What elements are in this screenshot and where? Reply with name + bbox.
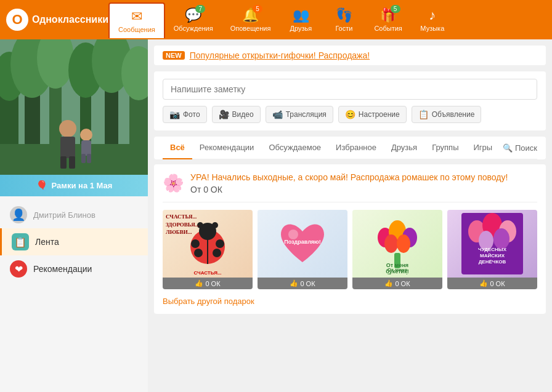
- feed-icon: 📋: [12, 233, 29, 250]
- left-sidebar: 🎈 Рамки на 1 Мая 👤 Дмитрий Блинов 📋 Лент…: [0, 39, 148, 392]
- main-nav: ✉ Сообщения 💬 7 Обсуждения 🔔 5 Оповещени…: [108, 2, 454, 37]
- post-photo-button[interactable]: 📷 Фото: [163, 106, 207, 123]
- messages-label: Сообщения: [118, 26, 155, 33]
- nav-guests[interactable]: 👣 Гости: [322, 2, 365, 37]
- svg-text:СЧАСТЬЯ...: СЧАСТЬЯ...: [193, 270, 221, 274]
- feed-tabs: Всё Рекомендации Обсуждаемое Избранное Д…: [154, 137, 546, 159]
- svg-rect-20: [81, 154, 86, 163]
- video-icon: 🎥: [219, 110, 229, 119]
- feed-promo-main-text: УРА! Начались выходные, а скоро май! Рас…: [190, 172, 508, 183]
- sticker-ok-2[interactable]: 👍 0 ОК: [258, 278, 347, 289]
- music-icon: ♪: [429, 7, 436, 23]
- post-actions: 📷 Фото 🎥 Видео 📹 Трансляция 😊 Настроение…: [163, 106, 537, 123]
- svg-rect-17: [69, 156, 75, 169]
- tab-discussed[interactable]: Обсуждаемое: [261, 137, 328, 159]
- sticker-image-4: ЧУДЕСНЫХ МАЙСКИХ ДЕНЁЧКОВ: [447, 210, 537, 278]
- svg-point-37: [384, 234, 398, 253]
- thumb-icon-3: 👍: [384, 279, 393, 287]
- nav-discussions[interactable]: 💬 7 Обсуждения: [165, 2, 222, 37]
- promo-banner: NEW Популярные открытки-гифочки! Распрод…: [154, 46, 546, 65]
- photo-bg: [0, 39, 148, 175]
- sidebar-item-recommendations[interactable]: ❤ Рекомендации: [0, 255, 148, 282]
- search-icon: 🔍: [503, 143, 513, 153]
- nav-friends[interactable]: 👥 Друзья: [279, 2, 322, 37]
- logo-icon: O: [6, 9, 28, 31]
- svg-text:МАЙСКИХ: МАЙСКИХ: [480, 253, 505, 258]
- tab-games[interactable]: Игры: [466, 137, 500, 159]
- nav-messages[interactable]: ✉ Сообщения: [108, 2, 165, 38]
- tab-friends[interactable]: Друзья: [384, 137, 424, 159]
- nav-notifications[interactable]: 🔔 5 Оповещения: [222, 2, 280, 37]
- photo-label: Фото: [183, 110, 200, 119]
- frames-label: Рамки на 1 Мая: [52, 181, 113, 190]
- main-container: 🎈 Рамки на 1 Мая 👤 Дмитрий Блинов 📋 Лент…: [0, 39, 552, 392]
- discussions-icon: 💬 7: [185, 7, 201, 23]
- sticker-ok-1[interactable]: 👍 0 ОК: [163, 278, 253, 289]
- tab-all[interactable]: Всё: [163, 137, 192, 159]
- sticker-image-3: От меня букетик! От менябукетик!: [352, 210, 442, 278]
- stream-label: Трансляция: [286, 110, 327, 119]
- ad-icon: 📋: [418, 110, 429, 119]
- svg-rect-21: [87, 154, 91, 163]
- events-label: События: [374, 25, 402, 32]
- post-box: 📷 Фото 🎥 Видео 📹 Трансляция 😊 Настроение…: [154, 71, 546, 130]
- feed-promo-subtext: От 0 ОК: [190, 185, 508, 194]
- sticker-card-4[interactable]: ЧУДЕСНЫХ МАЙСКИХ ДЕНЁЧКОВ 👍 0 ОК: [447, 210, 537, 289]
- sidebar-item-feed[interactable]: 📋 Лента: [0, 228, 148, 255]
- recommendations-label: Рекомендации: [33, 264, 92, 274]
- svg-text:ЧУДЕСНЫХ: ЧУДЕСНЫХ: [478, 247, 507, 252]
- notifications-icon: 🔔 5: [242, 7, 259, 23]
- tab-favorites[interactable]: Избранное: [328, 137, 384, 159]
- sticker-card-3[interactable]: От меня букетик! От менябукетик! 👍 0 ОК: [352, 210, 442, 289]
- promo-link[interactable]: Популярные открытки-гифочки! Распродажа!: [190, 50, 370, 60]
- sticker-card-1[interactable]: СЧАСТЬЯ... СЧАСТЬЯ...ЗДОРОВЬЯ...ЛЮБВИ...…: [163, 210, 253, 289]
- ad-label: Объявление: [432, 110, 475, 119]
- thumb-icon-2: 👍: [290, 279, 298, 287]
- ok-count-4: 0 ОК: [490, 280, 505, 287]
- profile-photo: [0, 39, 148, 175]
- recommendations-icon: ❤: [10, 260, 27, 278]
- tab-groups[interactable]: Группы: [424, 137, 466, 159]
- sticker-image-2: Поздравляю!: [258, 210, 347, 278]
- balloons-icon: 🎈: [36, 180, 48, 191]
- tab-search[interactable]: 🔍 Поиск: [503, 137, 537, 159]
- stream-icon: 📹: [272, 110, 283, 119]
- logo-text: Одноклассники: [32, 14, 108, 25]
- flower-icon: 🌸: [163, 173, 184, 193]
- svg-point-29: [213, 249, 221, 257]
- ok-count-3: 0 ОК: [395, 280, 410, 287]
- events-icon: 🎁 5: [380, 7, 397, 23]
- ok-count-1: 0 ОК: [205, 280, 220, 287]
- sticker-card-2[interactable]: Поздравляю! 👍 0 ОК: [258, 210, 347, 289]
- svg-point-32: [288, 230, 298, 239]
- frames-banner[interactable]: 🎈 Рамки на 1 Мая: [0, 175, 148, 196]
- sidebar-item-user[interactable]: 👤 Дмитрий Блинов: [0, 201, 148, 228]
- feed-promo: 🌸 УРА! Начались выходные, а скоро май! Р…: [163, 172, 537, 202]
- nav-music[interactable]: ♪ Музыка: [411, 2, 454, 37]
- svg-point-26: [191, 239, 200, 248]
- pick-another-link[interactable]: Выбрать другой подарок: [163, 297, 254, 306]
- post-ad-button[interactable]: 📋 Объявление: [412, 106, 482, 123]
- post-input[interactable]: [163, 79, 537, 100]
- post-video-button[interactable]: 🎥 Видео: [212, 106, 261, 123]
- friends-label: Друзья: [290, 25, 312, 32]
- sticker-ok-3[interactable]: 👍 0 ОК: [352, 278, 442, 289]
- feed-promo-text-container: УРА! Начались выходные, а скоро май! Рас…: [190, 172, 508, 194]
- events-badge: 5: [391, 5, 400, 13]
- feed-label: Лента: [35, 237, 59, 247]
- nav-events[interactable]: 🎁 5 События: [365, 2, 410, 37]
- logo-area: O Одноклассники: [6, 9, 108, 31]
- thumb-icon-1: 👍: [195, 279, 203, 287]
- feed-content: 🌸 УРА! Начались выходные, а скоро май! Р…: [154, 164, 546, 314]
- mood-label: Настроение: [359, 110, 400, 119]
- notifications-badge: 5: [253, 5, 262, 13]
- post-stream-button[interactable]: 📹 Трансляция: [266, 106, 333, 123]
- tab-recommendations[interactable]: Рекомендации: [192, 137, 262, 159]
- svg-point-18: [80, 129, 92, 141]
- video-label: Видео: [232, 110, 254, 119]
- svg-point-14: [59, 120, 76, 137]
- post-mood-button[interactable]: 😊 Настроение: [338, 106, 407, 123]
- feed-promo-link[interactable]: УРА! Начались выходные, а скоро май! Рас…: [190, 172, 508, 182]
- sticker-ok-4[interactable]: 👍 0 ОК: [447, 278, 537, 289]
- camera-icon: 📷: [169, 110, 180, 119]
